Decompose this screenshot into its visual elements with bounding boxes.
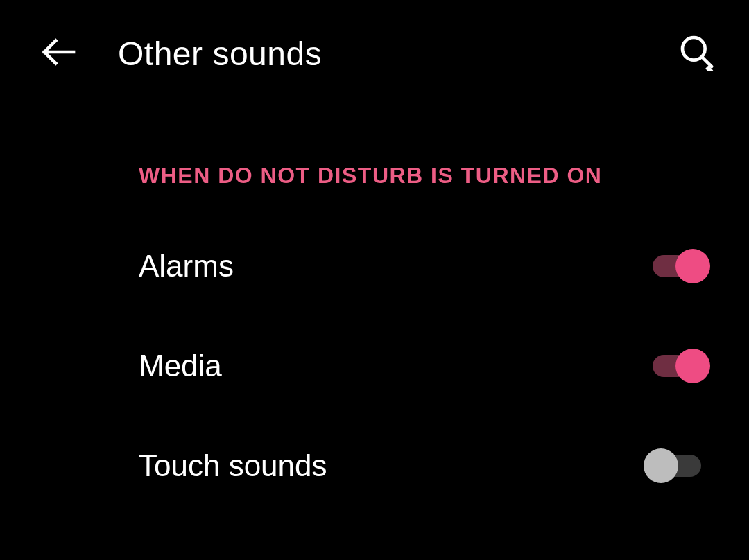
- setting-row-touch-sounds[interactable]: Touch sounds: [0, 416, 749, 516]
- page-title: Other sounds: [118, 35, 673, 73]
- toggle-touch-sounds[interactable]: [646, 446, 707, 485]
- toggle-alarms[interactable]: [646, 247, 707, 286]
- content: WHEN DO NOT DISTURB IS TURNED ON Alarms …: [0, 107, 749, 516]
- arrow-left-icon: [40, 33, 78, 74]
- search-icon: [678, 33, 716, 74]
- app-header: Other sounds: [0, 0, 749, 107]
- toggle-thumb: [675, 249, 710, 283]
- toggle-thumb: [644, 448, 678, 483]
- setting-row-media[interactable]: Media: [0, 316, 749, 416]
- setting-label: Touch sounds: [139, 448, 327, 483]
- back-button[interactable]: [35, 29, 83, 78]
- toggle-thumb: [675, 349, 710, 383]
- toggle-media[interactable]: [646, 347, 707, 385]
- setting-label: Alarms: [139, 249, 234, 283]
- search-button[interactable]: [673, 29, 721, 78]
- setting-label: Media: [139, 349, 222, 383]
- svg-line-2: [702, 57, 712, 67]
- setting-row-alarms[interactable]: Alarms: [0, 216, 749, 316]
- section-header: WHEN DO NOT DISTURB IS TURNED ON: [0, 149, 749, 216]
